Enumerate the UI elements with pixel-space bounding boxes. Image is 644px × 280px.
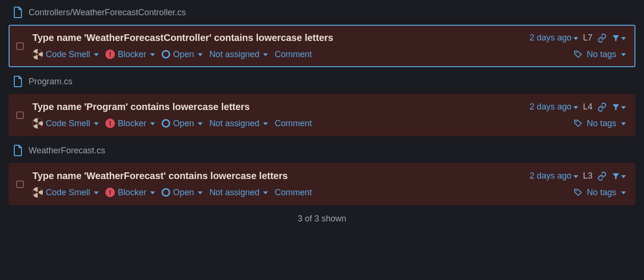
permalink-icon[interactable] (597, 33, 607, 43)
issue-age-dropdown[interactable]: 2 days ago (530, 33, 578, 43)
code-smell-icon (32, 49, 43, 60)
file-path: WeatherForecast.cs (29, 146, 105, 156)
open-status-icon (162, 188, 170, 197)
issue-age-label: 2 days ago (530, 171, 572, 181)
tag-icon (573, 50, 583, 59)
issue-type-dropdown[interactable]: Code Smell (32, 118, 99, 129)
issue-type-label: Code Smell (46, 119, 90, 129)
comment-link[interactable]: Comment (275, 188, 312, 198)
caret-down-icon (263, 53, 268, 56)
open-status-icon (162, 50, 170, 59)
file-icon (13, 7, 23, 18)
caret-down-icon (94, 122, 99, 125)
caret-down-icon (621, 106, 626, 109)
tags-dropdown[interactable]: No tags (573, 50, 626, 60)
issue-age-label: 2 days ago (530, 33, 572, 43)
results-count: 3 of 3 shown (9, 214, 635, 224)
caret-down-icon (150, 122, 155, 125)
caret-down-icon (198, 122, 203, 125)
status-label: Open (173, 119, 194, 129)
caret-down-icon (573, 106, 578, 109)
file-header[interactable]: WeatherForecast.cs (9, 145, 635, 156)
caret-down-icon (263, 122, 268, 125)
severity-dropdown[interactable]: !Blocker (105, 50, 155, 60)
issue-line: L7 (583, 33, 593, 43)
file-header[interactable]: Controllers/WeatherForecastController.cs (9, 7, 635, 18)
tags-dropdown[interactable]: No tags (573, 119, 626, 129)
issue-type-label: Code Smell (46, 50, 90, 60)
status-dropdown[interactable]: Open (162, 50, 203, 60)
status-dropdown[interactable]: Open (162, 119, 203, 129)
tag-icon (573, 188, 583, 197)
blocker-icon: ! (105, 188, 115, 197)
blocker-icon: ! (105, 50, 115, 59)
caret-down-icon (573, 37, 578, 40)
issue-title[interactable]: Type name 'WeatherForecast' contains low… (32, 170, 288, 181)
issue-title[interactable]: Type name 'Program' contains lowercase l… (32, 101, 250, 112)
assignee-dropdown[interactable]: Not assigned (209, 188, 268, 198)
file-icon (13, 76, 23, 87)
caret-down-icon (621, 122, 626, 125)
tags-label: No tags (587, 119, 616, 129)
issue-age-dropdown[interactable]: 2 days ago (530, 102, 578, 112)
permalink-icon[interactable] (597, 102, 607, 112)
caret-down-icon (198, 53, 203, 56)
issue-title[interactable]: Type name 'WeatherForecastController' co… (32, 32, 333, 43)
issue-card[interactable]: Type name 'Program' contains lowercase l… (9, 94, 635, 136)
caret-down-icon (263, 191, 268, 194)
issue-card[interactable]: Type name 'WeatherForecast' contains low… (9, 163, 635, 205)
file-icon (13, 145, 23, 156)
comment-link[interactable]: Comment (275, 119, 312, 129)
assignee-label: Not assigned (209, 119, 259, 129)
issue-type-label: Code Smell (46, 188, 90, 198)
issue-line: L4 (583, 102, 593, 112)
code-smell-icon (32, 187, 43, 198)
comment-link[interactable]: Comment (275, 50, 312, 60)
issue-line: L3 (583, 171, 593, 181)
caret-down-icon (621, 37, 626, 40)
permalink-icon[interactable] (597, 171, 607, 181)
caret-down-icon (621, 175, 626, 178)
issue-checkbox[interactable] (16, 42, 24, 50)
issue-age-dropdown[interactable]: 2 days ago (530, 171, 578, 181)
filter-dropdown[interactable] (612, 103, 626, 111)
issue-checkbox[interactable] (16, 111, 24, 119)
severity-label: Blocker (118, 119, 146, 129)
caret-down-icon (150, 191, 155, 194)
status-dropdown[interactable]: Open (162, 188, 203, 198)
svg-point-2 (576, 190, 577, 191)
tags-dropdown[interactable]: No tags (573, 188, 626, 198)
svg-point-0 (576, 52, 577, 53)
assignee-label: Not assigned (209, 188, 259, 198)
issue-type-dropdown[interactable]: Code Smell (32, 49, 99, 60)
svg-point-1 (576, 121, 577, 122)
file-path: Controllers/WeatherForecastController.cs (29, 8, 186, 18)
blocker-icon: ! (105, 119, 115, 128)
issue-type-dropdown[interactable]: Code Smell (32, 187, 99, 198)
caret-down-icon (621, 53, 626, 56)
tags-label: No tags (587, 188, 616, 198)
severity-dropdown[interactable]: !Blocker (105, 188, 155, 198)
caret-down-icon (150, 53, 155, 56)
file-path: Program.cs (29, 77, 72, 87)
caret-down-icon (621, 191, 626, 194)
status-label: Open (173, 188, 194, 198)
assignee-label: Not assigned (209, 50, 259, 60)
caret-down-icon (94, 191, 99, 194)
issue-card[interactable]: Type name 'WeatherForecastController' co… (9, 25, 635, 67)
severity-label: Blocker (118, 50, 146, 60)
tag-icon (573, 119, 583, 128)
assignee-dropdown[interactable]: Not assigned (209, 50, 268, 60)
assignee-dropdown[interactable]: Not assigned (209, 119, 268, 129)
severity-label: Blocker (118, 188, 146, 198)
caret-down-icon (198, 191, 203, 194)
filter-dropdown[interactable] (612, 34, 626, 42)
filter-dropdown[interactable] (612, 172, 626, 180)
caret-down-icon (573, 175, 578, 178)
severity-dropdown[interactable]: !Blocker (105, 119, 155, 129)
issue-age-label: 2 days ago (530, 102, 572, 112)
file-header[interactable]: Program.cs (9, 76, 635, 87)
caret-down-icon (94, 53, 99, 56)
code-smell-icon (32, 118, 43, 129)
issue-checkbox[interactable] (16, 180, 24, 188)
